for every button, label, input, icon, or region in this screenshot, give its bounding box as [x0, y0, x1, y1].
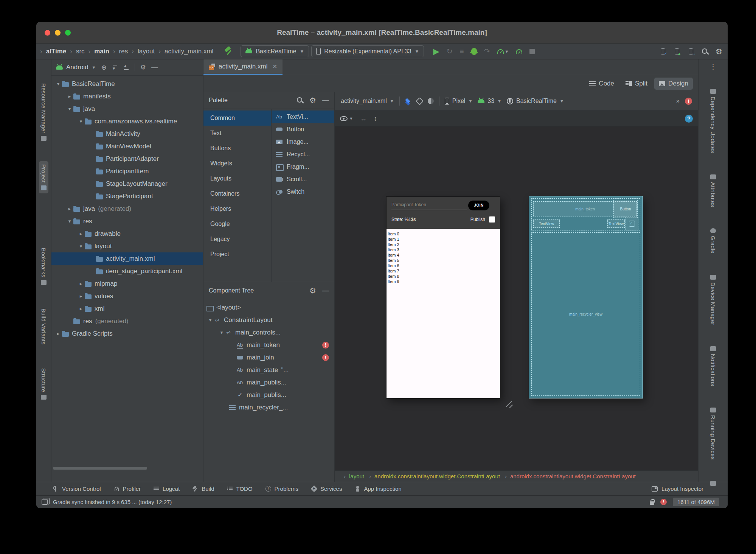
resize-handle[interactable] [505, 400, 513, 408]
pan-vertical-icon[interactable]: ↕ [374, 115, 377, 123]
tree-row[interactable]: item_stage_participant.xml [51, 265, 203, 277]
tree-row[interactable]: MainViewModel [51, 140, 203, 153]
run-button[interactable]: ▶ [433, 47, 439, 56]
breadcrumb-item[interactable]: layout [129, 48, 155, 55]
sidebar-item-notifications[interactable]: Notifications [708, 343, 718, 389]
xml-breadcrumb-item[interactable]: layout [340, 473, 364, 479]
agp-assistant-icon[interactable]: ✓ [660, 48, 666, 55]
expand-all-icon[interactable] [112, 64, 118, 70]
stop-button[interactable] [529, 49, 535, 54]
blueprint-checkbox[interactable] [626, 217, 638, 230]
sdk-manager-icon[interactable]: ↓ [688, 48, 694, 55]
gear-icon[interactable]: ⚙ [309, 96, 316, 104]
palette-component[interactable]: Recycl... [272, 148, 334, 160]
memory-indicator[interactable]: 1611 of 4096M [673, 498, 719, 506]
tool-window-button[interactable]: Version Control [53, 486, 101, 492]
tree-row[interactable]: drawable [51, 227, 203, 240]
tree-row[interactable]: layout [51, 240, 203, 252]
tool-window-button[interactable]: Logcat [154, 486, 180, 492]
tree-row[interactable]: java (generated) [51, 202, 203, 215]
sidebar-item-dependency-updates[interactable]: Dependency Updates [708, 86, 718, 156]
sidebar-item-bookmarks[interactable]: Bookmarks [39, 245, 48, 288]
rerun-icon[interactable]: ↻ [447, 47, 453, 56]
sidebar-item-attributes[interactable]: Attributes [708, 171, 718, 210]
tool-windows-icon[interactable] [42, 499, 48, 505]
event-error-icon[interactable]: ! [660, 499, 667, 505]
blueprint-recycler-view[interactable]: main_recycler_view [531, 232, 640, 396]
palette-category[interactable]: Helpers [203, 201, 271, 216]
sidebar-item-device-manager[interactable]: Device Manager [708, 272, 718, 328]
sidebar-item-gradle[interactable]: Gradle [708, 225, 718, 257]
gear-icon[interactable]: ⚙ [309, 287, 316, 294]
tree-toggle-icon[interactable] [77, 243, 85, 249]
palette-component[interactable]: Fragm... [272, 160, 334, 173]
zoom-window-button[interactable] [65, 30, 71, 36]
component-tree-row[interactable]: ConstraintLayout [203, 314, 334, 326]
device-manager-icon[interactable]: ▲ [674, 48, 680, 55]
search-icon[interactable] [702, 48, 708, 55]
blueprint-textview-left[interactable]: TextView [533, 219, 560, 228]
sidebar-item-resource-manager[interactable]: Resource Manager [39, 80, 48, 144]
tree-toggle-icon[interactable] [66, 218, 73, 224]
tree-toggle-icon[interactable] [77, 306, 85, 311]
apply-changes-icon[interactable]: ↷ [484, 47, 490, 56]
tree-row[interactable]: mipmap [51, 277, 203, 290]
collapse-all-icon[interactable] [123, 64, 129, 70]
blueprint-controls-group[interactable]: main_token Button TextView TextView [531, 198, 640, 230]
tree-row[interactable]: Gradle Scripts [51, 327, 203, 340]
tool-window-button[interactable]: TODO [227, 486, 252, 492]
breadcrumb-item[interactable]: main [85, 48, 109, 55]
xml-breadcrumb-item[interactable]: androidx.constraintlayout.widget.Constra… [501, 473, 636, 479]
component-tree-row[interactable]: main_join [203, 351, 334, 364]
breadcrumb-item[interactable]: activity_main.xml [155, 48, 213, 55]
tree-row[interactable]: manifests [51, 90, 203, 103]
breadcrumb-item[interactable]: res [110, 48, 128, 55]
view-options-button[interactable]: ▼ [340, 116, 353, 121]
device-select[interactable]: Resizable (Experimental) API 33 ▼ [311, 45, 424, 57]
component-tree-row[interactable]: main_state "... [203, 364, 334, 376]
blueprint-button[interactable]: Button [613, 200, 638, 218]
tool-window-button[interactable]: App Inspection [355, 486, 401, 492]
sidebar-item-project[interactable]: Project [39, 161, 48, 193]
lock-icon[interactable] [650, 501, 654, 505]
sidebar-item-structure[interactable]: Structure [39, 365, 48, 403]
palette-component[interactable]: TextVi... [272, 110, 334, 123]
tree-row[interactable]: MainActivity [51, 128, 203, 140]
tree-toggle-icon[interactable] [66, 206, 73, 212]
project-view-select[interactable]: Android ▼ [56, 64, 96, 71]
device-picker[interactable]: Pixel ▼ [445, 98, 473, 105]
coverage-icon[interactable]: ≡ [460, 47, 464, 56]
close-window-button[interactable] [45, 30, 50, 36]
design-canvas[interactable]: Participant Token JOIN State: %1$s Publi… [335, 127, 698, 470]
palette-component[interactable]: Image... [272, 135, 334, 148]
issues-badge-icon[interactable]: ! [685, 98, 692, 105]
close-tab-icon[interactable]: ✕ [272, 63, 277, 70]
tree-row[interactable]: ParticipantAdapter [51, 153, 203, 165]
palette-category[interactable]: Common [203, 110, 271, 126]
locate-file-icon[interactable]: ⊕ [101, 64, 107, 72]
breadcrumb-item[interactable]: src [67, 48, 84, 55]
tree-toggle-icon[interactable] [66, 106, 73, 112]
design-file-select[interactable]: activity_main.xml ▼ [341, 98, 394, 104]
component-tree-row[interactable]: main_token [203, 339, 334, 351]
tree-row[interactable]: res (generated) [51, 315, 203, 327]
tree-toggle-icon[interactable] [54, 81, 62, 87]
night-mode-icon[interactable] [428, 98, 434, 104]
tree-row[interactable]: java [51, 103, 203, 115]
palette-category[interactable]: Google [203, 216, 271, 232]
tree-row[interactable]: BasicRealTime [51, 78, 203, 90]
tree-toggle-icon[interactable] [77, 293, 85, 299]
component-tree-row[interactable]: main_publis... [203, 389, 334, 401]
tree-toggle-icon[interactable] [77, 281, 85, 286]
profiler-button[interactable]: ▼ [497, 49, 509, 54]
help-icon[interactable]: ? [685, 115, 693, 123]
horizontal-scrollbar[interactable] [53, 467, 147, 470]
sidebar-item-running-devices[interactable]: Running Devices [708, 405, 718, 463]
tree-toggle-icon[interactable] [54, 331, 62, 336]
theme-picker[interactable]: BasicRealTime ▼ [507, 98, 564, 104]
blueprint-textview-right[interactable]: TextView [607, 219, 625, 228]
tree-toggle-icon[interactable] [77, 231, 85, 237]
run-configuration-select[interactable]: BasicRealTime ▼ [241, 45, 309, 57]
tree-row[interactable]: com.amazonaws.ivs.realtime [51, 115, 203, 128]
component-tree-row[interactable]: main_recycler_... [203, 401, 334, 414]
